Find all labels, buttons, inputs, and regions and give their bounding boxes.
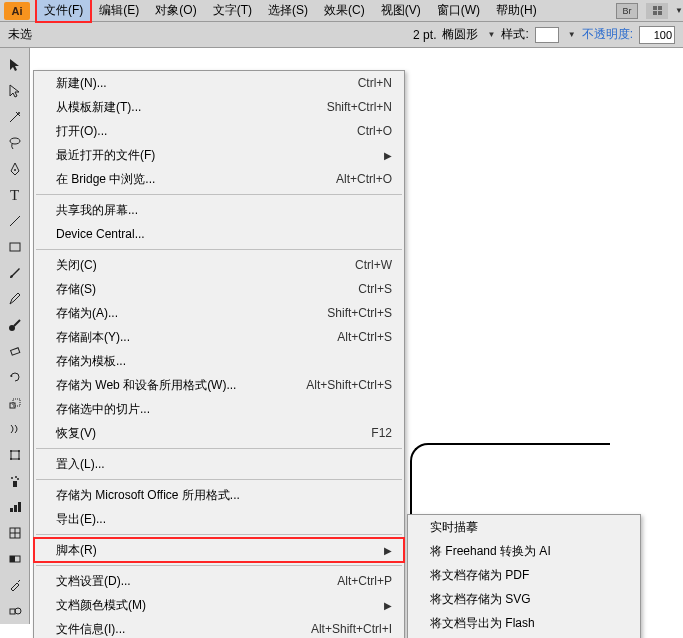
menu-item-label: 文档设置(D)... xyxy=(56,573,337,590)
symbol-sprayer-tool-icon[interactable] xyxy=(3,469,27,493)
submenu-item[interactable]: 将文档导出为 Flash xyxy=(408,611,640,635)
svg-rect-9 xyxy=(11,451,19,459)
submenu-item[interactable]: 将 Freehand 转换为 AI xyxy=(408,539,640,563)
menu-item[interactable]: 导出(E)... xyxy=(34,507,404,531)
chevron-down-icon[interactable]: ▼ xyxy=(568,30,576,39)
graph-tool-icon[interactable] xyxy=(3,495,27,519)
direct-selection-tool-icon[interactable] xyxy=(3,79,27,103)
chevron-down-icon[interactable]: ▼ xyxy=(487,30,495,39)
menu-item-label: 关闭(C) xyxy=(56,257,355,274)
menu-item[interactable]: 存储为 Web 和设备所用格式(W)...Alt+Shift+Ctrl+S xyxy=(34,373,404,397)
menu-item[interactable]: 新建(N)...Ctrl+N xyxy=(34,71,404,95)
menu-item-shortcut: Ctrl+S xyxy=(358,282,392,296)
menu-effect[interactable]: 效果(C) xyxy=(316,0,373,22)
svg-rect-26 xyxy=(10,609,15,614)
menu-edit[interactable]: 编辑(E) xyxy=(91,0,147,22)
menu-item-shortcut: Ctrl+O xyxy=(357,124,392,138)
menu-item[interactable]: 从模板新建(T)...Shift+Ctrl+N xyxy=(34,95,404,119)
free-transform-tool-icon[interactable] xyxy=(3,443,27,467)
menu-item[interactable]: 在 Bridge 中浏览...Alt+Ctrl+O xyxy=(34,167,404,191)
magic-wand-tool-icon[interactable] xyxy=(3,105,27,129)
menu-item[interactable]: 存储为 Microsoft Office 所用格式... xyxy=(34,483,404,507)
menu-item[interactable]: 脚本(R)▶ xyxy=(34,538,404,562)
svg-point-2 xyxy=(14,169,16,171)
svg-rect-25 xyxy=(10,556,15,562)
svg-point-1 xyxy=(10,138,20,144)
menu-item[interactable]: Device Central... xyxy=(34,222,404,246)
svg-point-0 xyxy=(18,112,20,114)
menu-item[interactable]: 存储副本(Y)...Alt+Ctrl+S xyxy=(34,325,404,349)
menu-item[interactable]: 最近打开的文件(F)▶ xyxy=(34,143,404,167)
menu-select[interactable]: 选择(S) xyxy=(260,0,316,22)
bridge-icon[interactable]: Br xyxy=(616,3,638,19)
menu-file[interactable]: 文件(F) xyxy=(36,0,91,22)
menu-item[interactable]: 置入(L)... xyxy=(34,452,404,476)
caret-icon[interactable]: ▼ xyxy=(675,6,683,15)
svg-point-17 xyxy=(17,478,19,480)
line-tool-icon[interactable] xyxy=(3,209,27,233)
menu-item-label: 存储为 Web 和设备所用格式(W)... xyxy=(56,377,306,394)
menubar: Ai 文件(F) 编辑(E) 对象(O) 文字(T) 选择(S) 效果(C) 视… xyxy=(0,0,683,22)
submenu-arrow-icon: ▶ xyxy=(384,150,392,161)
pencil-tool-icon[interactable] xyxy=(3,287,27,311)
svg-rect-4 xyxy=(10,243,20,251)
svg-point-16 xyxy=(15,476,17,478)
menu-item-shortcut: Ctrl+W xyxy=(355,258,392,272)
menu-item[interactable]: 恢复(V)F12 xyxy=(34,421,404,445)
menu-window[interactable]: 窗口(W) xyxy=(429,0,488,22)
menu-separator xyxy=(36,249,402,250)
scale-tool-icon[interactable] xyxy=(3,391,27,415)
menu-item-label: 存储为(A)... xyxy=(56,305,327,322)
menu-object[interactable]: 对象(O) xyxy=(147,0,204,22)
app-logo: Ai xyxy=(4,2,30,20)
opacity-label[interactable]: 不透明度: xyxy=(582,26,633,43)
submenu-arrow-icon: ▶ xyxy=(384,600,392,611)
menu-help[interactable]: 帮助(H) xyxy=(488,0,545,22)
menu-item-shortcut: Alt+Ctrl+P xyxy=(337,574,392,588)
submenu-item[interactable]: 将文档存储为 SVG xyxy=(408,587,640,611)
menu-item[interactable]: 文件信息(I)...Alt+Shift+Ctrl+I xyxy=(34,617,404,638)
menu-item[interactable]: 文档设置(D)...Alt+Ctrl+P xyxy=(34,569,404,593)
stroke-profile[interactable]: 椭圆形 xyxy=(442,26,478,43)
menu-item-label: 脚本(R) xyxy=(56,542,376,559)
paintbrush-tool-icon[interactable] xyxy=(3,261,27,285)
menu-item[interactable]: 文档颜色模式(M)▶ xyxy=(34,593,404,617)
menu-item-shortcut: Alt+Ctrl+S xyxy=(337,330,392,344)
eyedropper-tool-icon[interactable] xyxy=(3,573,27,597)
submenu-item[interactable]: 实时描摹 xyxy=(408,515,640,539)
style-swatch[interactable] xyxy=(535,27,559,43)
submenu-item[interactable]: 将文档存储为 PDF xyxy=(408,563,640,587)
scripts-submenu: 实时描摹将 Freehand 转换为 AI将文档存储为 PDF将文档存储为 SV… xyxy=(407,514,641,638)
menu-item[interactable]: 存储选中的切片... xyxy=(34,397,404,421)
arrange-icon[interactable] xyxy=(646,3,668,19)
menu-item[interactable]: 存储(S)Ctrl+S xyxy=(34,277,404,301)
eraser-tool-icon[interactable] xyxy=(3,339,27,363)
menu-item[interactable]: 存储为模板... xyxy=(34,349,404,373)
file-menu-dropdown: 新建(N)...Ctrl+N从模板新建(T)...Shift+Ctrl+N打开(… xyxy=(33,70,405,638)
svg-point-11 xyxy=(18,450,20,452)
gradient-tool-icon[interactable] xyxy=(3,547,27,571)
menu-item[interactable]: 关闭(C)Ctrl+W xyxy=(34,253,404,277)
mesh-tool-icon[interactable] xyxy=(3,521,27,545)
svg-point-10 xyxy=(10,450,12,452)
rotate-tool-icon[interactable] xyxy=(3,365,27,389)
warp-tool-icon[interactable] xyxy=(3,417,27,441)
menu-view[interactable]: 视图(V) xyxy=(373,0,429,22)
menu-item[interactable]: 存储为(A)...Shift+Ctrl+S xyxy=(34,301,404,325)
menu-type[interactable]: 文字(T) xyxy=(205,0,260,22)
menu-item[interactable]: 共享我的屏幕... xyxy=(34,198,404,222)
svg-rect-20 xyxy=(18,502,21,512)
menu-item-label: 置入(L)... xyxy=(56,456,392,473)
selection-tool-icon[interactable] xyxy=(3,53,27,77)
submenu-item-label: 将文档存储为 SVG xyxy=(430,591,628,608)
stroke-weight[interactable]: 2 pt. xyxy=(413,28,436,42)
menu-item[interactable]: 打开(O)...Ctrl+O xyxy=(34,119,404,143)
pen-tool-icon[interactable] xyxy=(3,157,27,181)
blend-tool-icon[interactable] xyxy=(3,599,27,623)
type-tool-icon[interactable]: T xyxy=(3,183,27,207)
blob-brush-tool-icon[interactable] xyxy=(3,313,27,337)
opacity-input[interactable] xyxy=(639,26,675,44)
lasso-tool-icon[interactable] xyxy=(3,131,27,155)
rectangle-tool-icon[interactable] xyxy=(3,235,27,259)
menu-item-shortcut: Alt+Shift+Ctrl+I xyxy=(311,622,392,636)
